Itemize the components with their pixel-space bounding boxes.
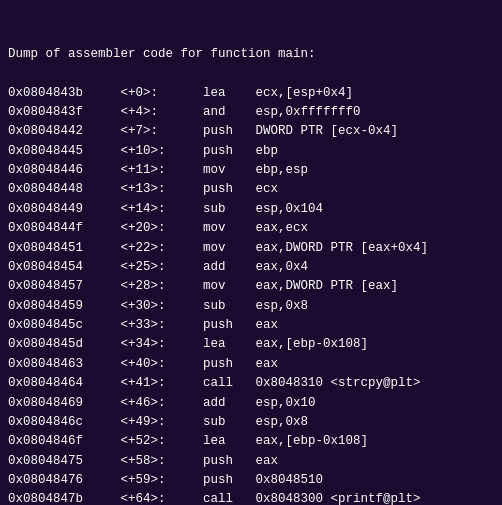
table-row: 0x08048448 <+13>: push ecx [8,180,494,199]
table-row: 0x08048454 <+25>: add eax,0x4 [8,258,494,277]
table-row: 0x0804845c <+33>: push eax [8,316,494,335]
table-row: 0x0804843b <+0>: lea ecx,[esp+0x4] [8,84,494,103]
table-row: 0x0804845d <+34>: lea eax,[ebp-0x108] [8,335,494,354]
table-row: 0x08048457 <+28>: mov eax,DWORD PTR [eax… [8,277,494,296]
table-row: 0x0804843f <+4>: and esp,0xfffffff0 [8,103,494,122]
table-row: 0x0804846c <+49>: sub esp,0x8 [8,413,494,432]
table-row: 0x08048469 <+46>: add esp,0x10 [8,394,494,413]
dump-header: Dump of assembler code for function main… [8,45,494,64]
table-row: 0x08048445 <+10>: push ebp [8,142,494,161]
table-row: 0x08048459 <+30>: sub esp,0x8 [8,297,494,316]
table-row: 0x08048442 <+7>: push DWORD PTR [ecx-0x4… [8,122,494,141]
table-row: 0x0804847b <+64>: call 0x8048300 <printf… [8,490,494,505]
table-row: 0x08048464 <+41>: call 0x8048310 <strcpy… [8,374,494,393]
table-row: 0x08048451 <+22>: mov eax,DWORD PTR [eax… [8,239,494,258]
code-rows: 0x0804843b <+0>: lea ecx,[esp+0x4]0x0804… [8,84,494,506]
table-row: 0x0804846f <+52>: lea eax,[ebp-0x108] [8,432,494,451]
table-row: 0x08048449 <+14>: sub esp,0x104 [8,200,494,219]
assembler-dump: Dump of assembler code for function main… [8,6,494,84]
table-row: 0x08048476 <+59>: push 0x8048510 [8,471,494,490]
table-row: 0x0804844f <+20>: mov eax,ecx [8,219,494,238]
table-row: 0x08048463 <+40>: push eax [8,355,494,374]
table-row: 0x08048446 <+11>: mov ebp,esp [8,161,494,180]
table-row: 0x08048475 <+58>: push eax [8,452,494,471]
